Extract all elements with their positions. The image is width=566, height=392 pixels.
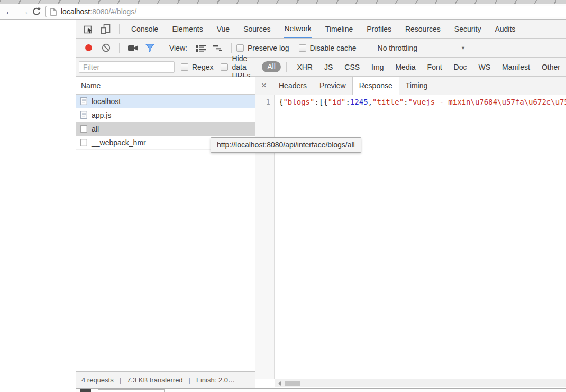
reload-icon[interactable] xyxy=(32,7,44,16)
tab-preview[interactable]: Preview xyxy=(313,77,352,95)
plain-file-icon xyxy=(80,139,87,146)
address-bar[interactable]: localhost:8080/#/blogs/ xyxy=(45,6,566,17)
regex-checkbox[interactable]: Regex xyxy=(181,63,213,71)
detail-tabbar: × Headers Preview Response Timing xyxy=(255,77,566,95)
filter-type-all[interactable]: All xyxy=(262,61,281,72)
filter-type-xhr[interactable]: XHR xyxy=(291,63,318,71)
chevron-down-icon: ▼ xyxy=(461,45,465,51)
tab-sources[interactable]: Sources xyxy=(243,20,270,38)
requests-panel: Name localhost app. xyxy=(76,77,255,388)
request-name: __webpack_hmr xyxy=(92,138,146,147)
request-detail-panel: × Headers Preview Response Timing 1 {"bl… xyxy=(255,77,566,388)
plain-file-icon xyxy=(80,125,87,133)
url-path: :8080/#/blogs/ xyxy=(90,7,136,16)
separator xyxy=(371,43,371,53)
browser-tabstrip xyxy=(0,0,566,4)
drawer-input-fragment[interactable] xyxy=(98,389,165,392)
filter-type-img[interactable]: Img xyxy=(366,63,389,71)
request-name: app.js xyxy=(92,111,111,119)
request-name: all xyxy=(92,125,99,133)
filter-funnel-icon[interactable] xyxy=(144,42,156,54)
checkbox-icon[interactable] xyxy=(221,63,228,71)
disable-cache-checkbox[interactable]: Disable cache xyxy=(299,44,357,52)
line-number: 1 xyxy=(255,98,270,106)
devtools-panel: Console Elements Vue Sources Network Tim… xyxy=(76,20,566,392)
large-rows-icon[interactable] xyxy=(195,42,207,54)
tab-timeline[interactable]: Timeline xyxy=(325,20,353,38)
tab-console[interactable]: Console xyxy=(131,20,158,38)
filter-type-js[interactable]: JS xyxy=(318,63,339,71)
separator xyxy=(119,24,120,34)
close-icon[interactable]: × xyxy=(255,80,272,91)
tab-security[interactable]: Security xyxy=(454,20,481,38)
console-drawer-edge xyxy=(76,388,566,392)
request-url-tooltip: http://localhost:8080/api/interface/blog… xyxy=(211,137,361,153)
separator xyxy=(231,43,232,53)
devtools-tabbar: Console Elements Vue Sources Network Tim… xyxy=(76,20,566,39)
tab-response[interactable]: Response xyxy=(352,77,399,95)
throttling-select[interactable]: No throttling ▼ xyxy=(378,44,465,52)
requests-count: 4 requests xyxy=(81,376,114,384)
filter-type-doc[interactable]: Doc xyxy=(448,63,473,71)
tab-timing[interactable]: Timing xyxy=(399,77,434,95)
tab-profiles[interactable]: Profiles xyxy=(367,20,391,38)
url-host: localhost xyxy=(61,7,90,16)
separator xyxy=(163,43,163,53)
scrollbar-thumb[interactable] xyxy=(285,381,300,386)
checkbox-icon[interactable] xyxy=(181,63,188,71)
filter-type-font[interactable]: Font xyxy=(422,63,448,71)
tab-audits[interactable]: Audits xyxy=(495,20,515,38)
filter-type-manifest[interactable]: Manifest xyxy=(496,63,536,71)
filter-type-other[interactable]: Other xyxy=(536,63,566,71)
response-body: {"blogs":[{"id":1245,"title":"vuejs - mi… xyxy=(279,98,566,106)
back-icon[interactable]: ← xyxy=(3,4,16,19)
document-icon xyxy=(80,97,87,105)
checkbox-icon[interactable] xyxy=(299,44,306,52)
browser-toolbar: ← → localhost:8080/#/blogs/ xyxy=(0,4,566,20)
filter-type-media[interactable]: Media xyxy=(389,63,421,71)
checkbox-icon[interactable] xyxy=(236,44,244,52)
separator xyxy=(286,62,287,72)
tab-resources[interactable]: Resources xyxy=(405,20,441,38)
transferred-size: 7.3 KB transferred xyxy=(127,376,183,384)
separator xyxy=(119,43,120,53)
page-icon xyxy=(50,8,57,16)
filter-type-css[interactable]: CSS xyxy=(339,63,366,71)
preserve-log-checkbox[interactable]: Preserve log xyxy=(236,44,289,52)
request-row-appjs[interactable]: app.js xyxy=(76,108,255,122)
hide-data-urls-checkbox[interactable]: Hide data URLs xyxy=(221,54,257,80)
forward-icon[interactable]: → xyxy=(18,4,31,19)
document-icon xyxy=(80,111,87,119)
record-icon[interactable] xyxy=(85,44,92,51)
view-label: View: xyxy=(169,44,187,52)
request-row-localhost[interactable]: localhost xyxy=(76,95,255,108)
request-row-all[interactable]: all xyxy=(76,122,255,136)
filter-input[interactable] xyxy=(79,61,175,73)
device-toolbar-icon[interactable] xyxy=(100,23,112,35)
network-filterbar: Regex Hide data URLs All XHR JS CSS Img … xyxy=(76,58,566,77)
tab-elements[interactable]: Elements xyxy=(172,20,203,38)
tab-vue[interactable]: Vue xyxy=(217,20,230,38)
clear-icon[interactable] xyxy=(100,42,112,54)
tab-network[interactable]: Network xyxy=(284,20,311,38)
horizontal-scrollbar[interactable] xyxy=(275,379,566,387)
filter-type-ws[interactable]: WS xyxy=(473,63,497,71)
drawer-tab-fragment[interactable] xyxy=(80,389,91,392)
network-status-bar: 4 requests | 7.3 KB transferred | Finish… xyxy=(76,371,255,388)
waterfall-icon[interactable] xyxy=(212,42,224,54)
request-name: localhost xyxy=(92,97,121,106)
finish-time: Finish: 2.0… xyxy=(196,376,235,384)
scroll-left-icon[interactable] xyxy=(278,381,281,386)
tab-headers[interactable]: Headers xyxy=(272,77,313,95)
network-toolbar: View: Preserve log Disabl xyxy=(76,39,566,58)
name-column-header[interactable]: Name xyxy=(76,77,255,95)
inspect-element-icon[interactable] xyxy=(83,23,95,35)
screenshot-camera-icon[interactable] xyxy=(127,42,139,54)
